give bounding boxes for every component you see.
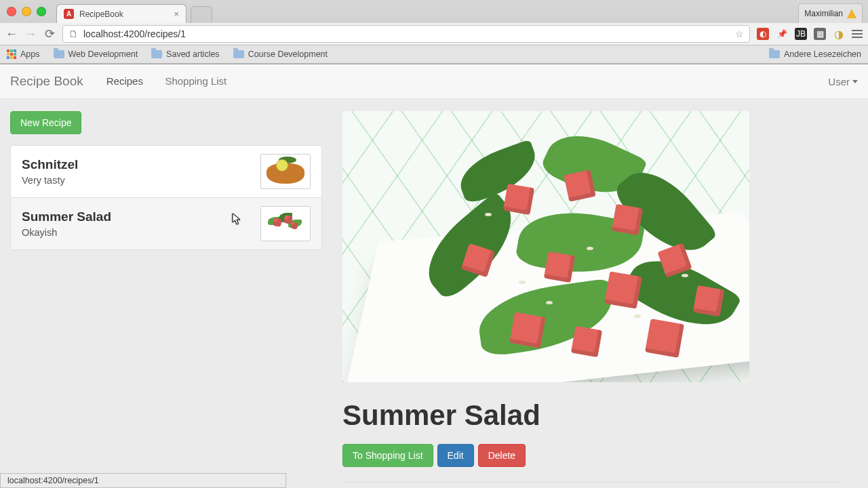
extension-icon-2[interactable]: 📌 xyxy=(776,28,788,40)
window-controls[interactable] xyxy=(7,7,46,16)
recipe-item-title: Schnitzel xyxy=(22,157,260,172)
address-bar[interactable]: 🗋 localhost:4200/recipes/1 ☆ xyxy=(62,25,750,43)
recipe-thumbnail xyxy=(260,206,311,241)
tab-title: RecipeBook xyxy=(79,9,123,19)
nav-link-recipes[interactable]: Recipes xyxy=(97,75,153,87)
recipe-hero-image xyxy=(342,111,749,382)
app-navbar: Recipe Book Recipes Shopping List User xyxy=(0,64,868,99)
folder-icon xyxy=(54,50,64,58)
warning-icon xyxy=(847,9,856,18)
browser-chrome: A RecipeBook × Maximilian ← → ⟳ 🗋 localh… xyxy=(0,0,868,64)
recipe-list-column: New Recipe Schnitzel Very tasty S xyxy=(10,111,322,488)
profile-name: Maximilian xyxy=(804,9,843,18)
reload-icon[interactable]: ⟳ xyxy=(43,28,56,40)
recipe-detail-title: Summer Salad xyxy=(342,399,837,432)
browser-profile-chip[interactable]: Maximilian xyxy=(798,3,863,23)
nav-user-dropdown[interactable]: User xyxy=(828,76,858,87)
caret-down-icon xyxy=(852,80,858,83)
forward-icon: → xyxy=(24,28,37,40)
brand-title[interactable]: Recipe Book xyxy=(10,74,97,89)
browser-status-bar: localhost:4200/recipes/1 xyxy=(0,473,286,488)
recipe-list: Schnitzel Very tasty Summer Salad Okayis… xyxy=(10,145,322,250)
browser-toolbar: ← → ⟳ 🗋 localhost:4200/recipes/1 ☆ ◐ 📌 J… xyxy=(0,23,868,45)
schnitzel-icon xyxy=(265,159,306,184)
back-icon[interactable]: ← xyxy=(5,28,18,40)
browser-menu-icon[interactable] xyxy=(852,30,863,38)
browser-titlebar: A RecipeBook × Maximilian xyxy=(0,0,868,23)
salad-icon xyxy=(264,210,307,237)
recipe-item-desc: Okayish xyxy=(22,227,260,238)
new-recipe-button[interactable]: New Recipe xyxy=(10,111,81,134)
close-window-icon[interactable] xyxy=(7,7,16,16)
bookmarks-apps[interactable]: Apps xyxy=(7,49,40,59)
browser-tab-active[interactable]: A RecipeBook × xyxy=(56,4,186,23)
recipe-actions: To Shopping List Edit Delete xyxy=(342,444,837,467)
bookmark-folder[interactable]: Course Development xyxy=(233,49,328,59)
recipe-list-item[interactable]: Schnitzel Very tasty xyxy=(11,146,321,198)
extension-icon-5[interactable]: ◑ xyxy=(833,28,845,40)
folder-icon xyxy=(151,50,162,58)
delete-button[interactable]: Delete xyxy=(478,444,526,467)
extension-icon-4[interactable]: ▦ xyxy=(814,28,826,40)
tab-close-icon[interactable]: × xyxy=(174,9,179,19)
bookmarks-bar: Apps Web Development Saved articles Cour… xyxy=(0,45,868,64)
bookmark-star-icon[interactable]: ☆ xyxy=(735,28,744,39)
url-text: localhost:4200/recipes/1 xyxy=(83,28,186,39)
recipe-detail-column: Summer Salad To Shopping List Edit Delet… xyxy=(342,111,858,488)
page-icon: 🗋 xyxy=(68,28,78,39)
recipe-item-desc: Very tasty xyxy=(22,175,260,186)
bookmark-folder[interactable]: Saved articles xyxy=(151,49,220,59)
bookmark-folder[interactable]: Web Development xyxy=(54,49,138,59)
extension-icon-3[interactable]: JB xyxy=(795,28,807,40)
favicon-icon: A xyxy=(64,9,74,19)
apps-grid-icon xyxy=(7,49,16,59)
recipe-thumbnail xyxy=(260,154,311,189)
bookmark-folder-other[interactable]: Andere Lesezeichen xyxy=(769,49,861,59)
to-shopping-list-button[interactable]: To Shopping List xyxy=(342,444,433,467)
recipe-list-item[interactable]: Summer Salad Okayish xyxy=(11,198,321,249)
edit-button[interactable]: Edit xyxy=(437,444,474,467)
maximize-window-icon[interactable] xyxy=(37,7,46,16)
new-tab-button[interactable] xyxy=(191,6,212,23)
folder-icon xyxy=(769,50,780,58)
minimize-window-icon[interactable] xyxy=(22,7,31,16)
app-root: Recipe Book Recipes Shopping List User N… xyxy=(0,64,868,488)
divider xyxy=(342,482,837,483)
recipe-item-title: Summer Salad xyxy=(22,209,260,224)
extension-icon-1[interactable]: ◐ xyxy=(757,28,769,40)
nav-link-shopping[interactable]: Shopping List xyxy=(155,75,236,87)
folder-icon xyxy=(233,50,244,58)
